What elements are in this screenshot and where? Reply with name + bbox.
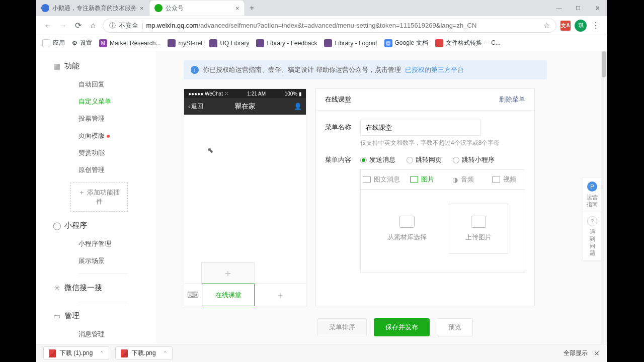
- sidebar-item-mp-manage[interactable]: 小程序管理: [36, 235, 156, 252]
- bookmark-item[interactable]: Library - Feedback: [256, 39, 317, 47]
- chevron-up-icon[interactable]: ⌃: [163, 350, 167, 356]
- media-tab-image[interactable]: 图片: [402, 170, 443, 189]
- forward-button[interactable]: →: [57, 20, 68, 31]
- question-icon: ?: [587, 216, 597, 226]
- save-publish-button[interactable]: 保存并发布: [374, 318, 430, 336]
- phone-status-bar: ●●●●● WeChat ⁙1:21 AM100% ▮: [184, 89, 306, 98]
- favicon-icon: [154, 4, 163, 12]
- menu-settings-panel: 在线课堂 删除菜单 菜单名称 仅支持中英文和数字，字数不超过4个汉字或8个字母: [315, 88, 535, 306]
- profile-avatar[interactable]: 琪: [575, 20, 587, 32]
- menu-name-input[interactable]: [360, 120, 481, 136]
- sidebar-item-messages[interactable]: 消息管理: [36, 326, 156, 343]
- sidebar: ▦功能 自动回复 自定义菜单 投票管理 页面模版 赞赏功能 原创管理 ＋ 添加功…: [36, 51, 156, 344]
- help-button[interactable]: ? 遇 到 问 题: [583, 212, 601, 261]
- close-icon[interactable]: ×: [140, 5, 144, 12]
- bookmark-item[interactable]: mySI-net: [168, 39, 202, 47]
- browser-tab-active[interactable]: 公众号 ×: [149, 1, 245, 16]
- bookmark-item[interactable]: ⚙设置: [72, 39, 92, 47]
- phone-preview: ●●●●● WeChat ⁙1:21 AM100% ▮ ‹返回 瞿在家 👤 ⬉ …: [184, 88, 306, 306]
- reload-button[interactable]: ⟳: [72, 20, 84, 31]
- guide-button[interactable]: P 运营 指南: [583, 177, 601, 212]
- favicon-icon: [41, 4, 49, 12]
- bookmark-item[interactable]: MMarket Research...: [99, 39, 160, 47]
- info-icon: ⓘ: [109, 21, 116, 30]
- alert-link[interactable]: 已授权的第三方平台: [405, 65, 464, 74]
- media-tab-article[interactable]: 图文消息: [361, 170, 402, 189]
- add-plugin-button[interactable]: ＋ 添加功能插件: [70, 183, 128, 212]
- minimize-button[interactable]: —: [549, 1, 569, 16]
- add-submenu-button[interactable]: ＋: [201, 262, 255, 284]
- close-icon[interactable]: ×: [235, 5, 239, 12]
- sidebar-group-manage[interactable]: ▭管理: [36, 306, 156, 326]
- bookmark-item[interactable]: UQ Library: [209, 39, 249, 47]
- translate-icon[interactable]: 文A: [560, 21, 571, 31]
- sidebar-group-miniprogram[interactable]: ◯小程序: [36, 216, 156, 235]
- sidebar-item-autoreply[interactable]: 自动回复: [36, 76, 156, 93]
- media-tab-video[interactable]: 视频: [484, 170, 525, 189]
- preview-button[interactable]: 预览: [437, 318, 473, 336]
- address-input[interactable]: ⓘ 不安全 | mp.weixin.qq.com/advanced/selfme…: [103, 19, 556, 33]
- article-icon: [363, 176, 371, 183]
- keyboard-icon[interactable]: ⌨: [184, 284, 202, 306]
- bookmark-item[interactable]: 文件格式转换 — C...: [435, 39, 501, 47]
- sidebar-item-users[interactable]: 用户管理: [36, 343, 156, 344]
- bookmark-item[interactable]: Library - Logout: [324, 39, 377, 47]
- url-text: mp.weixin.qq.com/advanced/selfmenu?actio…: [146, 22, 476, 29]
- sidebar-item-mp-scene[interactable]: 展示场景: [36, 252, 156, 269]
- radio-icon: [360, 157, 367, 163]
- spark-icon: ✳: [52, 284, 61, 293]
- maximize-button[interactable]: ☐: [569, 1, 588, 16]
- browser-tabstrip: 小鹅通，专注新教育的技术服务 × 公众号 × + — ☐ ✕: [36, 0, 607, 16]
- home-button[interactable]: ⌂: [88, 20, 99, 31]
- sort-menu-button[interactable]: 菜单排序: [317, 318, 367, 336]
- site-icon: [435, 39, 443, 47]
- sidebar-item-vote[interactable]: 投票管理: [36, 110, 156, 127]
- browser-menu-icon[interactable]: ⋮: [591, 21, 601, 30]
- grid-icon: ▦: [52, 62, 61, 71]
- sidebar-group-features[interactable]: ▦功能: [36, 56, 156, 76]
- sidebar-item-custommenu[interactable]: 自定义菜单: [36, 93, 156, 110]
- info-icon: i: [191, 66, 199, 74]
- sidebar-item-original[interactable]: 原创管理: [36, 161, 156, 178]
- phone-header: ‹返回 瞿在家 👤: [184, 98, 306, 115]
- menu-content-label: 菜单内容: [325, 152, 360, 164]
- auth-alert: i 你已授权给运营指南、壹伴、稿定设计 帮助你运营公众号，点击管理 已授权的第三…: [184, 60, 547, 79]
- user-icon[interactable]: 👤: [294, 103, 302, 110]
- site-icon: [324, 39, 332, 47]
- select-from-library-button[interactable]: 从素材库选择: [377, 204, 437, 254]
- site-icon: [209, 39, 217, 47]
- bookmark-item[interactable]: ▤Google 文档: [384, 39, 428, 47]
- menu-item-1[interactable]: 在线课堂: [202, 284, 255, 306]
- image-icon: [471, 216, 486, 228]
- folder-icon: [399, 216, 415, 228]
- chevron-up-icon[interactable]: ⌃: [100, 350, 104, 356]
- alert-text: 你已授权给运营指南、壹伴、稿定设计 帮助你运营公众号，点击管理: [203, 65, 401, 74]
- bookmark-star-icon[interactable]: ☆: [543, 21, 550, 30]
- sidebar-item-template[interactable]: 页面模版: [36, 127, 156, 144]
- radio-send-message[interactable]: 发送消息: [360, 155, 395, 164]
- upload-image-button[interactable]: 上传图片: [449, 204, 508, 254]
- new-tab-button[interactable]: +: [245, 1, 259, 15]
- close-icon[interactable]: ✕: [594, 349, 600, 357]
- bottom-actions: 菜单排序 保存并发布 预览: [184, 318, 607, 338]
- add-menu-button[interactable]: ＋: [254, 284, 306, 306]
- menu-name-label: 菜单名称: [325, 120, 360, 132]
- radio-jump-url[interactable]: 跳转网页: [407, 155, 442, 164]
- show-all-downloads[interactable]: 全部显示: [564, 349, 588, 357]
- sidebar-group-search[interactable]: ✳微信搜一搜: [36, 278, 156, 298]
- media-tab-audio[interactable]: ◑音频: [443, 170, 484, 189]
- radio-icon: [407, 157, 413, 163]
- file-icon: [49, 349, 56, 357]
- sidebar-item-reward[interactable]: 赞赏功能: [36, 144, 156, 161]
- page-content: ▦功能 自动回复 自定义菜单 投票管理 页面模版 赞赏功能 原创管理 ＋ 添加功…: [36, 51, 607, 344]
- download-item[interactable]: 下载 (1).png ⌃: [43, 346, 109, 360]
- download-item[interactable]: 下载.png ⌃: [115, 346, 172, 360]
- radio-jump-miniprogram[interactable]: 跳转小程序: [453, 155, 495, 164]
- delete-menu-button[interactable]: 删除菜单: [499, 95, 525, 104]
- browser-tab[interactable]: 小鹅通，专注新教育的技术服务 ×: [36, 1, 149, 16]
- audio-icon: ◑: [452, 176, 458, 184]
- window-close-button[interactable]: ✕: [588, 1, 607, 16]
- apps-button[interactable]: 应用: [42, 39, 65, 47]
- help-rail: P 运营 指南 ? 遇 到 问 题: [583, 177, 602, 261]
- back-button[interactable]: ←: [42, 20, 53, 31]
